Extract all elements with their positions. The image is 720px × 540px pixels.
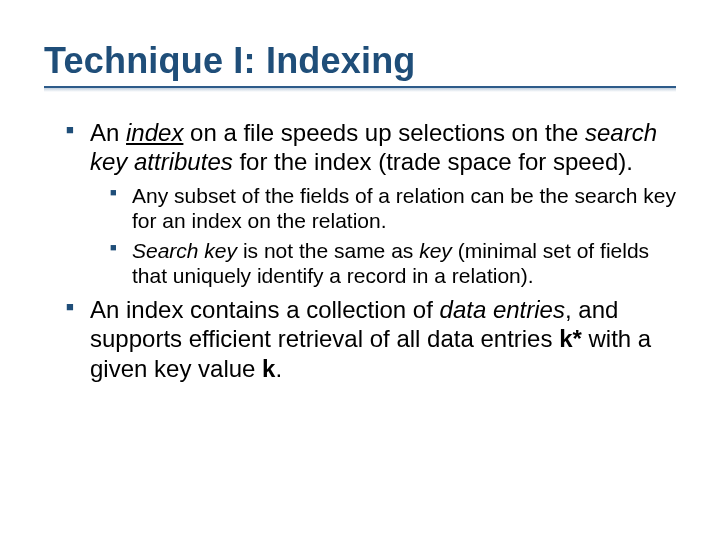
text: for the index (trade space for speed). [233, 148, 633, 175]
kstar: k* [559, 325, 582, 352]
title-underline [44, 86, 676, 92]
text: is not the same as [237, 239, 419, 262]
k: k [262, 355, 275, 382]
bullet-list: An index on a file speeds up selections … [44, 118, 676, 383]
text: on a file speeds up selections on the [183, 119, 585, 146]
text: An index contains a collection of [90, 296, 440, 323]
slide-title: Technique I: Indexing [44, 40, 676, 82]
text: Any subset of the fields of a relation c… [132, 184, 676, 233]
bullet-1b: Search key is not the same as key (minim… [110, 238, 676, 289]
slide: Technique I: Indexing An index on a file… [0, 0, 720, 540]
term-search-key: Search key [132, 239, 237, 262]
bullet-1a: Any subset of the fields of a relation c… [110, 183, 676, 234]
term-index: index [126, 119, 183, 146]
text: . [275, 355, 282, 382]
term-key: key [419, 239, 452, 262]
bullet-1: An index on a file speeds up selections … [66, 118, 676, 289]
term-data-entries: data entries [440, 296, 565, 323]
bullet-2: An index contains a collection of data e… [66, 295, 676, 383]
text: An [90, 119, 126, 146]
sub-bullet-list: Any subset of the fields of a relation c… [90, 183, 676, 289]
